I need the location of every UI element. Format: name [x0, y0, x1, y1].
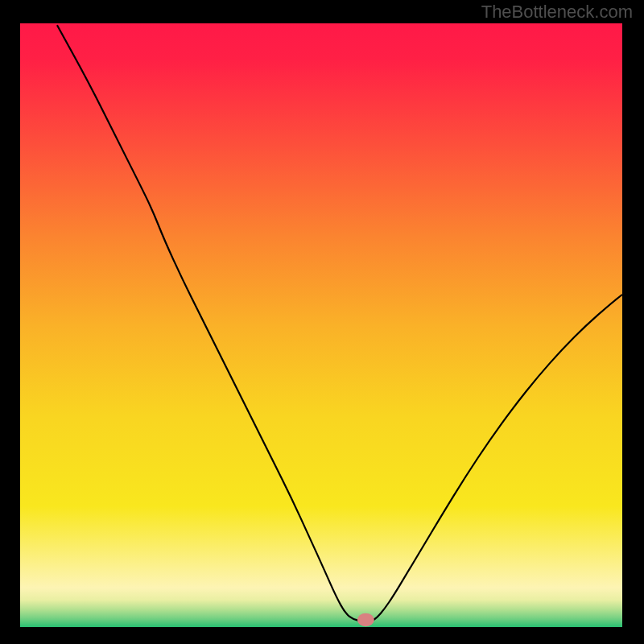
chart-container: TheBottleneck.com	[0, 0, 644, 644]
plot-background	[20, 23, 622, 627]
bottleneck-chart	[0, 0, 644, 644]
optimal-point-marker	[357, 613, 374, 627]
watermark-text: TheBottleneck.com	[481, 2, 633, 23]
